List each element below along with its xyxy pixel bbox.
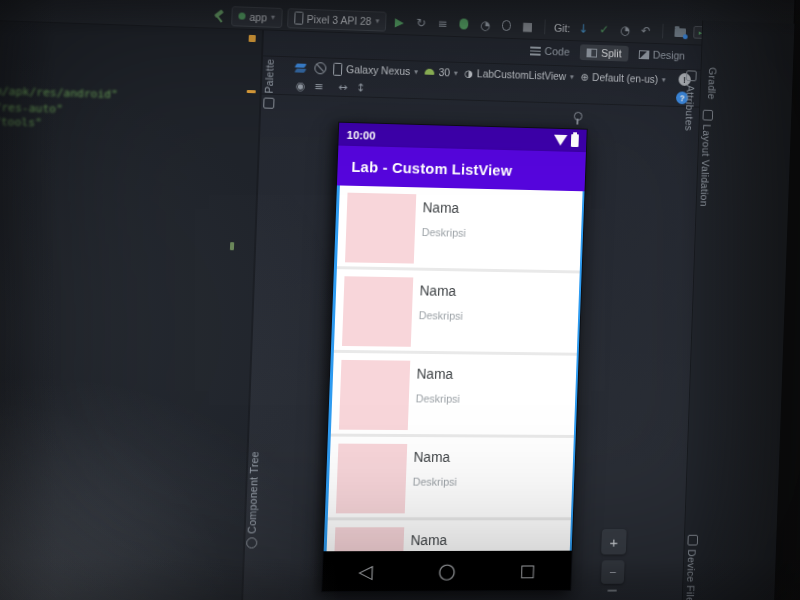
item-title: Nama bbox=[416, 366, 576, 383]
design-icon bbox=[638, 50, 649, 59]
list-item[interactable]: Nama Deskripsi bbox=[331, 353, 577, 438]
attributes-icon bbox=[686, 70, 697, 81]
git-label: Git: bbox=[554, 21, 571, 33]
scrollbar-warning-marker[interactable] bbox=[247, 90, 256, 93]
device-file-explorer-label: Device File Explorer bbox=[683, 549, 698, 600]
phone-preview[interactable]: 10:00 Lab - Custom ListView Nama Deskrip… bbox=[321, 122, 588, 593]
chevron-down-icon: ▾ bbox=[662, 75, 666, 84]
design-panel: Code Split Design Galaxy Nexus ▾ bbox=[241, 30, 702, 600]
item-image-placeholder bbox=[339, 360, 410, 430]
app-bar[interactable]: Lab - Custom ListView bbox=[337, 146, 586, 192]
sidebar-tab-attributes[interactable]: Attributes bbox=[683, 70, 696, 131]
layout-validation-label: Layout Validation bbox=[699, 124, 713, 207]
code-icon bbox=[530, 46, 541, 55]
toolbar-separator bbox=[662, 24, 663, 39]
list-item[interactable]: Nama Deskripsi bbox=[328, 437, 574, 521]
app-module-icon bbox=[238, 12, 245, 19]
list-item[interactable]: Nama Deskripsi bbox=[334, 269, 580, 356]
wifi-icon bbox=[554, 135, 568, 146]
preview-device-dropdown[interactable]: Galaxy Nexus ▾ bbox=[333, 62, 418, 78]
sidebar-tab-layout-validation[interactable]: Layout Validation bbox=[699, 110, 714, 207]
item-text: Nama Deskripsi bbox=[416, 354, 577, 406]
attach-debugger-icon[interactable] bbox=[498, 17, 515, 34]
editor-mode-tabs: Code Split Design bbox=[523, 42, 692, 63]
item-title: Nama bbox=[419, 283, 579, 301]
component-tree-icon bbox=[246, 538, 257, 549]
list-item[interactable]: Nama Deskripsi bbox=[325, 520, 571, 551]
sidebar-tab-device-file-explorer[interactable]: Device File Explorer bbox=[683, 535, 698, 600]
listview[interactable]: Nama Deskripsi Nama Deskripsi bbox=[324, 185, 585, 551]
view-options-eye-icon[interactable]: ◉ bbox=[296, 79, 306, 92]
zoom-out-button[interactable]: − bbox=[601, 560, 625, 584]
tab-design[interactable]: Design bbox=[632, 46, 692, 64]
scrollbar-change-marker[interactable] bbox=[230, 242, 234, 250]
bug-icon bbox=[459, 18, 468, 29]
profiler-icon[interactable]: ◔ bbox=[477, 16, 494, 33]
android-studio-window: app ▾ Pixel 3 API 28 ▾ ▶ ↻ ≡ ◔ ■ Git: ↓ … bbox=[0, 0, 796, 600]
scrollbar-warning-marker[interactable] bbox=[249, 35, 256, 42]
list-item[interactable]: Nama Deskripsi bbox=[337, 185, 583, 273]
tab-design-label: Design bbox=[653, 49, 686, 62]
bug-outline-icon bbox=[502, 20, 511, 31]
navigation-bar: ◁ ○ □ bbox=[322, 551, 572, 592]
app-bar-title: Lab - Custom ListView bbox=[351, 157, 512, 178]
sidebar-tab-component-tree[interactable]: Component Tree bbox=[245, 451, 261, 549]
locale-globe-icon: ⊕ bbox=[580, 71, 588, 82]
item-text: Nama Deskripsi bbox=[419, 271, 580, 324]
status-time: 10:00 bbox=[346, 128, 375, 141]
preview-device-label: Galaxy Nexus bbox=[346, 63, 411, 77]
tab-code-label: Code bbox=[544, 45, 570, 58]
tab-split-label: Split bbox=[601, 47, 622, 59]
apply-changes-icon[interactable]: ↻ bbox=[412, 14, 429, 31]
item-title: Nama bbox=[410, 532, 570, 548]
stop-button[interactable]: ■ bbox=[519, 18, 536, 35]
palette-icon bbox=[263, 97, 274, 108]
status-icons bbox=[554, 134, 579, 147]
locale-dropdown[interactable]: ⊕ Default (en-us) ▾ bbox=[580, 71, 666, 85]
orientation-horizontal-icon[interactable]: ↔ bbox=[338, 81, 348, 94]
api-version-label: 30 bbox=[438, 66, 450, 78]
chevron-down-icon: ▾ bbox=[454, 68, 458, 77]
theme-dropdown[interactable]: ◑ LabCustomListView ▾ bbox=[464, 67, 574, 82]
device-icon bbox=[294, 11, 303, 24]
git-commit-button[interactable]: ✓ bbox=[596, 20, 613, 37]
blueprint-list-icon[interactable]: ≡ bbox=[314, 80, 324, 93]
ui-mode-icon[interactable] bbox=[314, 62, 326, 74]
sidebar-tab-gradle[interactable]: Gradle bbox=[706, 67, 718, 100]
target-device-dropdown[interactable]: Pixel 3 API 28 ▾ bbox=[287, 8, 387, 31]
item-title: Nama bbox=[413, 449, 573, 465]
run-button[interactable]: ▶ bbox=[391, 13, 408, 30]
git-update-button[interactable]: ↓ bbox=[575, 20, 592, 37]
run-configuration-dropdown[interactable]: app ▾ bbox=[231, 6, 282, 28]
device-icon bbox=[333, 62, 342, 75]
toolbar-separator bbox=[544, 20, 545, 35]
api-version-dropdown[interactable]: 30 ▾ bbox=[425, 66, 458, 79]
xml-editor[interactable]: > roid.com/apk/res/android" com/apk/res-… bbox=[0, 19, 264, 600]
code-line: roid.com/apk/res/android" bbox=[0, 83, 118, 101]
zoom-fit-button[interactable] bbox=[607, 590, 617, 592]
chevron-down-icon: ▾ bbox=[375, 16, 379, 25]
component-tree-label: Component Tree bbox=[246, 451, 261, 534]
item-text: Nama Deskripsi bbox=[422, 187, 583, 241]
locale-label: Default (en-us) bbox=[592, 71, 658, 85]
folder-icon bbox=[674, 28, 686, 37]
build-hammer-icon[interactable] bbox=[212, 8, 227, 23]
code-line: com/apk/res-auto" bbox=[0, 99, 63, 116]
git-rollback-button[interactable]: ↶ bbox=[638, 22, 655, 39]
palette-label: Palette bbox=[263, 58, 276, 93]
tab-code[interactable]: Code bbox=[523, 42, 577, 59]
zoom-in-button[interactable]: + bbox=[601, 529, 627, 554]
sidebar-tab-palette[interactable]: Palette bbox=[262, 58, 276, 108]
run-coverage-icon[interactable]: ≡ bbox=[434, 15, 451, 32]
debug-button[interactable] bbox=[455, 15, 472, 32]
tab-split[interactable]: Split bbox=[580, 44, 628, 61]
git-history-button[interactable]: ◔ bbox=[617, 21, 634, 38]
theme-icon: ◑ bbox=[464, 67, 473, 78]
android-icon bbox=[425, 69, 435, 75]
project-structure-button[interactable] bbox=[672, 23, 689, 40]
item-text: Nama Deskripsi bbox=[413, 437, 574, 488]
run-configuration-label: app bbox=[249, 10, 267, 23]
orientation-vertical-icon[interactable]: ↕ bbox=[356, 81, 366, 94]
theme-label: LabCustomListView bbox=[477, 67, 567, 82]
design-surface-icon[interactable] bbox=[294, 62, 307, 73]
